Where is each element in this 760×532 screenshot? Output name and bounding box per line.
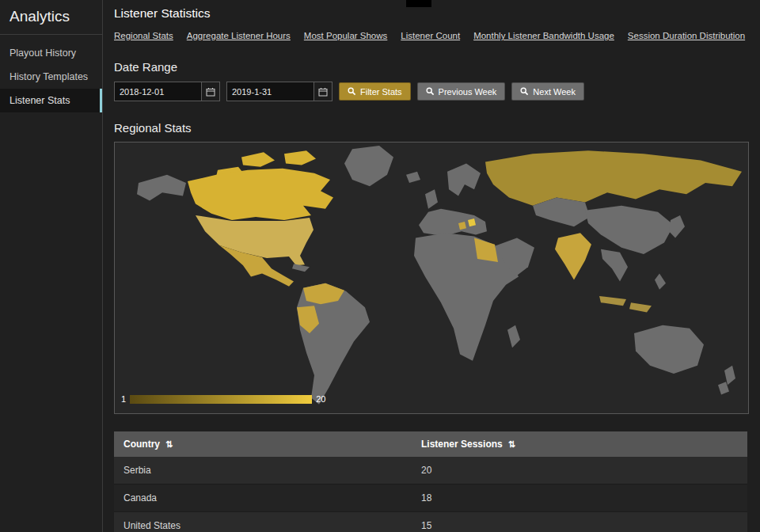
end-date-input[interactable] (227, 87, 314, 97)
country-cell: Canada (114, 484, 412, 512)
calendar-icon (206, 87, 215, 97)
filter-stats-label: Filter Stats (360, 87, 402, 97)
sessions-cell: 18 (412, 484, 747, 512)
next-week-button[interactable]: Next Week (511, 82, 584, 101)
sort-icon[interactable]: ⇅ (165, 439, 173, 449)
next-week-label: Next Week (533, 87, 576, 97)
link-aggregate-listener-hours[interactable]: Aggregate Listener Hours (187, 31, 291, 40)
column-header-listener-sessions[interactable]: Listener Sessions⇅ (412, 431, 747, 457)
end-date-calendar-button[interactable] (314, 82, 332, 101)
sidebar-item-playout-history[interactable]: Playout History (0, 41, 102, 65)
legend-max-label: 20 (316, 394, 325, 404)
end-date-field (226, 82, 332, 101)
link-listener-count[interactable]: Listener Count (401, 31, 460, 40)
sidebar-item-history-templates[interactable]: History Templates (0, 65, 102, 89)
start-date-calendar-button[interactable] (201, 82, 219, 101)
date-controls: Filter Stats Previous Week Next Week (114, 82, 750, 101)
calendar-icon (318, 87, 328, 97)
listener-sessions-table: Country⇅ Listener Sessions⇅ Serbia 20 Ca… (114, 431, 747, 532)
previous-week-button[interactable]: Previous Week (417, 82, 506, 101)
date-range-heading: Date Range (114, 60, 750, 74)
map-legend: 1 20 (121, 394, 325, 404)
sort-icon[interactable]: ⇅ (508, 439, 515, 449)
table-row: Serbia 20 (114, 457, 747, 484)
link-session-duration[interactable]: Session Duration Distribution (628, 31, 745, 40)
stats-subnav: Regional Stats Aggregate Listener Hours … (114, 31, 750, 40)
sessions-cell: 15 (412, 512, 747, 532)
start-date-field (114, 82, 220, 101)
link-monthly-bandwidth[interactable]: Monthly Listener Bandwidth Usage (473, 31, 614, 40)
regional-stats-heading: Regional Stats (114, 121, 750, 135)
country-cell: United States (114, 512, 412, 532)
sidebar-title: Analytics (0, 0, 102, 35)
country-cell: Serbia (114, 457, 412, 484)
sessions-cell: 20 (412, 457, 747, 484)
search-icon (426, 87, 435, 96)
search-icon (520, 87, 529, 96)
filter-stats-button[interactable]: Filter Stats (339, 82, 411, 101)
start-date-input[interactable] (115, 87, 201, 97)
country-header-label: Country (124, 439, 160, 450)
table-row: Canada 18 (114, 484, 747, 512)
world-choropleth-map (115, 142, 748, 413)
main-content: Listener Statistics Regional Stats Aggre… (103, 0, 760, 532)
world-map-panel: 1 20 (114, 142, 749, 414)
table-row: United States 15 (114, 512, 747, 532)
column-header-country[interactable]: Country⇅ (114, 431, 412, 457)
sidebar-item-listener-stats[interactable]: Listener Stats (0, 89, 102, 112)
legend-min-label: 1 (121, 394, 126, 404)
link-most-popular-shows[interactable]: Most Popular Shows (304, 31, 387, 40)
legend-gradient (130, 395, 312, 404)
sidebar-menu: Playout History History Templates Listen… (0, 41, 102, 112)
previous-week-label: Previous Week (439, 87, 497, 97)
sessions-header-label: Listener Sessions (421, 439, 503, 450)
page-title: Listener Statistics (114, 6, 750, 21)
link-regional-stats[interactable]: Regional Stats (114, 31, 173, 40)
sidebar: Analytics Playout History History Templa… (0, 0, 103, 532)
search-icon (348, 87, 356, 96)
